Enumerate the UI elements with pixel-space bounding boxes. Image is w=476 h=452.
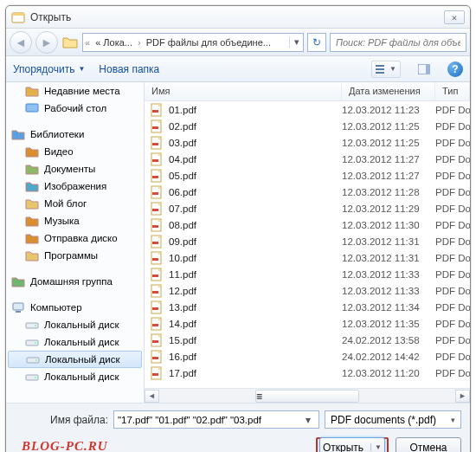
sidebar-item-label: Локальный диск [45, 354, 119, 365]
file-row[interactable]: 06.pdf12.03.2012 11:28PDF Docu [145, 184, 470, 200]
pdf-icon [150, 136, 164, 150]
sidebar-item[interactable]: Локальный диск [8, 351, 142, 368]
sidebar-item[interactable]: Компьютер [6, 299, 144, 316]
svg-rect-31 [152, 209, 158, 211]
sidebar-item[interactable]: Локальный диск [6, 316, 144, 333]
sidebar-item[interactable]: Документы [6, 160, 144, 178]
svg-point-17 [35, 377, 36, 378]
column-headers[interactable]: Имя Дата изменения Тип [145, 82, 470, 101]
file-type: PDF Docu [435, 253, 470, 263]
breadcrumb-2[interactable]: PDF файлы для объедине... [143, 37, 274, 48]
sidebar-item[interactable]: Изображения [6, 178, 144, 195]
file-type: PDF Docu [435, 105, 470, 115]
file-row[interactable]: 07.pdf12.03.2012 11:29PDF Docu [145, 200, 470, 216]
file-row[interactable]: 12.pdf12.03.2012 11:33PDF Docu [145, 282, 470, 299]
file-row[interactable]: 08.pdf12.03.2012 11:30PDF Docu [145, 216, 470, 233]
back-button[interactable]: ◄ [10, 31, 32, 54]
file-row[interactable]: 03.pdf12.03.2012 11:25PDF Docu [145, 134, 470, 151]
help-button[interactable]: ? [447, 61, 463, 77]
svg-rect-51 [152, 373, 158, 376]
file-row[interactable]: 14.pdf12.03.2012 11:35PDF Docu [145, 315, 470, 332]
file-date: 12.03.2012 11:20 [342, 368, 435, 378]
sidebar-item[interactable]: Рабочий стол [6, 100, 144, 117]
file-name: 12.pdf [169, 286, 196, 296]
file-date: 12.03.2012 11:27 [342, 171, 435, 181]
file-date: 12.03.2012 11:34 [342, 302, 435, 313]
file-name: 01.pdf [169, 105, 196, 115]
file-type: PDF Docu [435, 319, 470, 329]
organize-menu[interactable]: Упорядочить▼ [13, 63, 85, 75]
col-date[interactable]: Дата изменения [342, 82, 435, 100]
svg-rect-43 [152, 307, 158, 310]
new-folder-button[interactable]: Новая папка [99, 63, 159, 75]
file-row[interactable]: 09.pdf12.03.2012 11:31PDF Docu [145, 233, 470, 249]
file-row[interactable]: 11.pdf12.03.2012 11:33PDF Docu [145, 266, 470, 282]
file-type-filter[interactable]: PDF documents (*.pdf)▾ [325, 410, 461, 429]
file-date: 12.03.2012 11:27 [342, 154, 435, 165]
pdf-icon [150, 300, 164, 314]
sidebar-item[interactable]: Мой блог [6, 195, 144, 212]
sidebar-item[interactable]: Недавние места [6, 82, 144, 100]
search-box[interactable] [330, 33, 466, 52]
sidebar-item[interactable]: Локальный диск [6, 368, 144, 385]
pdf-icon [150, 251, 164, 265]
address-bar[interactable]: « « Лока... › PDF файлы для объедине... … [82, 33, 304, 52]
file-row[interactable]: 10.pdf12.03.2012 11:31PDF Docu [145, 249, 470, 266]
search-input[interactable] [334, 36, 462, 48]
sidebar-item[interactable]: Локальный диск [6, 333, 144, 351]
file-row[interactable]: 02.pdf12.03.2012 11:25PDF Docu [145, 118, 470, 134]
file-row[interactable]: 01.pdf12.03.2012 11:23PDF Docu [145, 101, 470, 118]
file-name: 03.pdf [169, 138, 196, 148]
file-row[interactable]: 05.pdf12.03.2012 11:27PDF Docu [145, 167, 470, 184]
preview-pane-button[interactable] [415, 61, 434, 78]
sidebar-item[interactable]: Музыка [6, 212, 144, 229]
footer: Имя файла: "17.pdf" "01.pdf" "02.pdf" "0… [6, 403, 470, 452]
pdf-icon [150, 103, 164, 117]
file-type: PDF Docu [435, 203, 470, 214]
file-row[interactable]: 17.pdf12.03.2012 11:20PDF Docu [145, 365, 470, 381]
sidebar-item-label: Недавние места [44, 86, 120, 96]
cancel-button[interactable]: Отмена [396, 437, 461, 452]
horizontal-scrollbar[interactable]: ◄ ≡ ► [145, 388, 470, 403]
svg-rect-9 [16, 311, 21, 313]
filename-input[interactable]: "17.pdf" "01.pdf" "02.pdf" "03.pdf ▾ [113, 410, 319, 429]
address-dropdown[interactable]: ▾ [289, 36, 303, 48]
file-type: PDF Docu [435, 269, 470, 280]
sidebar-item-label: Отправка диско [44, 233, 118, 243]
titlebar[interactable]: Открыть ⨉ [6, 6, 470, 29]
sidebar-item[interactable]: Видео [6, 143, 144, 160]
file-row[interactable]: 15.pdf24.02.2012 13:58PDF Docu [145, 332, 470, 348]
pdf-icon [150, 268, 164, 281]
refresh-button[interactable]: ↻ [307, 33, 326, 52]
pdf-icon [150, 317, 164, 331]
sidebar-item[interactable]: Библиотеки [6, 126, 144, 143]
close-button[interactable]: ⨉ [444, 10, 465, 24]
scroll-left-button[interactable]: ◄ [145, 390, 159, 403]
col-type[interactable]: Тип [435, 82, 470, 100]
sidebar[interactable]: Недавние местаРабочий столБиблиотекиВиде… [6, 82, 145, 403]
scroll-thumb[interactable]: ≡ [255, 390, 359, 403]
col-name[interactable]: Имя [145, 82, 342, 100]
file-row[interactable]: 13.pdf12.03.2012 11:34PDF Docu [145, 299, 470, 315]
folder-icon [61, 34, 79, 51]
file-date: 12.03.2012 11:35 [342, 319, 435, 329]
file-type: PDF Docu [435, 187, 470, 197]
forward-button[interactable]: ► [35, 31, 58, 54]
sidebar-item[interactable]: Отправка диско [6, 229, 144, 247]
svg-rect-39 [152, 274, 158, 277]
sidebar-item-label: Домашняя группа [30, 276, 113, 287]
file-name: 14.pdf [169, 319, 196, 329]
breadcrumb-1[interactable]: « Лока... [92, 37, 136, 48]
sidebar-item[interactable]: Домашняя группа [6, 273, 144, 290]
open-button[interactable]: Открыть▼ [316, 437, 389, 452]
sidebar-item[interactable]: Программы [6, 247, 144, 264]
views-button[interactable]: ▼ [371, 61, 401, 78]
file-name: 17.pdf [169, 368, 196, 378]
recent-icon [25, 84, 39, 98]
scroll-right-button[interactable]: ► [455, 390, 470, 403]
filename-dropdown[interactable]: ▾ [301, 414, 315, 426]
pdf-icon [150, 185, 164, 199]
file-row[interactable]: 16.pdf24.02.2012 14:42PDF Docu [145, 348, 470, 365]
file-name: 08.pdf [169, 220, 196, 230]
file-row[interactable]: 04.pdf12.03.2012 11:27PDF Docu [145, 151, 470, 167]
